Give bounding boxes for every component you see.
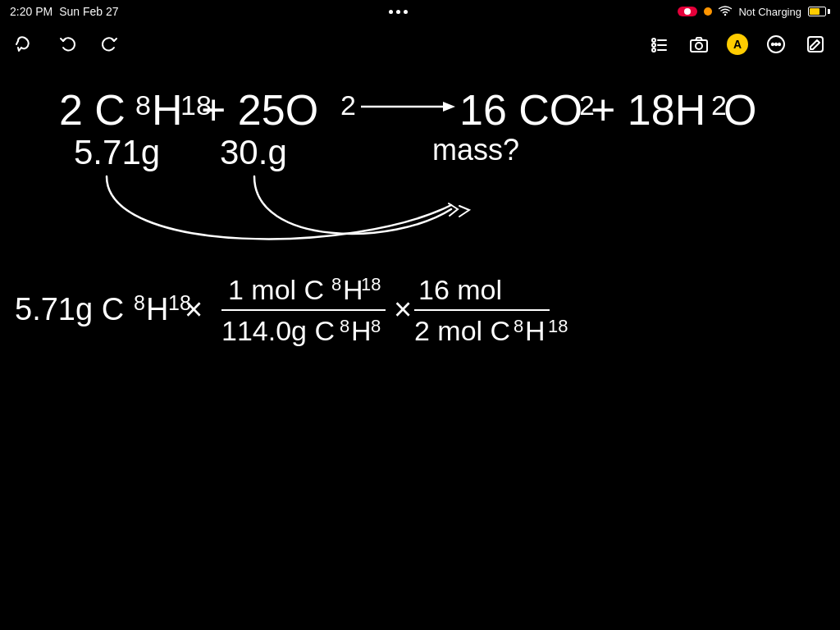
more-svg [766,34,786,54]
compose-icon[interactable] [804,33,827,56]
calc-start: 5.71g C [15,292,124,326]
svg-point-5 [652,48,655,52]
denom1-text: 114.0g C [221,315,335,346]
num1-h18sub: 18 [361,274,381,294]
camera-svg [689,34,709,54]
charging-text: Not Charging [738,6,801,18]
num1-c8: 8 [331,274,341,294]
marker-tool-icon[interactable]: A [727,34,748,55]
redo-svg [100,34,120,54]
status-left: 2:20 PM Sun Feb 27 [10,5,119,18]
denom2-text: 2 mol C [414,315,510,346]
denom2-c8: 8 [514,316,523,336]
coeff-2: 2 C [59,86,126,134]
svg-point-12 [778,43,780,45]
svg-point-8 [696,43,702,49]
lasso-svg [15,34,34,54]
undo-button[interactable] [56,33,79,56]
mass-question: mass? [432,133,519,167]
water-o: O [724,86,756,134]
denom2-h18sub: 18 [548,316,568,336]
more-options-icon[interactable] [765,33,788,56]
camera-icon[interactable] [687,33,710,56]
denom2-h18: H [525,315,546,346]
dot3 [404,10,408,14]
orange-indicator [704,7,712,16]
main-content: 2 C 8 H 18 + 25O 2 16 CO 2 + 18H 2 O 5.7… [0,66,840,630]
checklist-svg [650,34,669,54]
h18-main: H [152,86,183,134]
wifi-icon [719,6,732,17]
denom1-c8: 8 [340,316,349,336]
num1-h18: H [343,274,363,305]
battery-body [808,7,826,16]
mass-30: 30.g [220,133,287,171]
mass-571: 5.71g [74,133,160,171]
arrow-head [443,102,455,112]
undo-svg [57,34,77,54]
denom1-h8: H [351,315,372,346]
battery-icon [808,7,830,16]
svg-line-0 [16,41,18,44]
dot2 [396,10,400,14]
status-center [389,10,408,14]
svg-point-11 [775,43,777,45]
denom1-h8sub: 8 [371,316,381,336]
svg-point-10 [772,43,774,45]
marker-label: A [733,38,742,51]
toolbar: A [0,23,840,66]
compose-svg [806,34,825,54]
plus1: + 25O [201,86,318,134]
checklist-icon[interactable] [648,33,671,56]
coeff-16: 16 CO [459,86,582,134]
dot1 [389,10,393,14]
redo-button[interactable] [98,33,121,56]
calc-x1: × [185,292,203,326]
arc-arrow2 [459,206,469,217]
o2-subscript: 2 [340,89,356,121]
calc-c8: 8 [134,291,145,314]
num1-text: 1 mol C [228,274,324,305]
toolbar-left [13,33,121,56]
status-right: Not Charging [678,6,830,18]
toolbar-right: A [648,33,827,56]
record-dot [684,8,691,15]
time-display: 2:20 PM [10,5,52,18]
arc-right [254,176,451,234]
plus2: + 18H [591,86,705,134]
svg-point-3 [652,43,655,47]
status-bar: 2:20 PM Sun Feb 27 Not Charging [0,0,840,23]
c8-subscript: 8 [135,89,151,121]
calc-x2: × [394,292,412,326]
lasso-tool-icon[interactable] [13,33,36,56]
date-display: Sun Feb 27 [59,5,118,18]
calc-h18: H [146,292,168,326]
num2-text: 16 mol [418,274,502,305]
svg-point-1 [652,39,655,42]
battery-fill [810,8,819,15]
chemistry-canvas: 2 C 8 H 18 + 25O 2 16 CO 2 + 18H 2 O 5.7… [0,66,840,630]
battery-tip [828,9,830,14]
record-indicator [678,7,697,16]
